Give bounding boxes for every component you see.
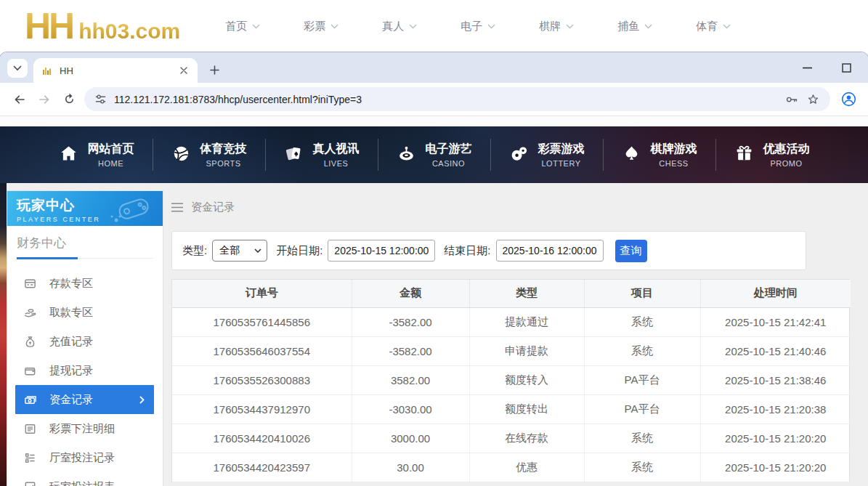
maximize-icon: [842, 63, 851, 73]
forward-arrow-icon: [37, 92, 52, 107]
chevron-down-icon: [330, 24, 338, 29]
tab-search-button[interactable]: [7, 59, 28, 78]
sidebar-item-彩票下注明细[interactable]: 彩票下注明细: [15, 414, 154, 443]
site-nav-label: 电子: [461, 20, 482, 33]
browser-tab[interactable]: HH: [33, 58, 198, 83]
table-body: 1760535761445856-3582.00提款通过系统2025-10-15…: [172, 307, 851, 482]
profile-avatar-icon[interactable]: [836, 87, 861, 112]
gift-icon: [734, 144, 754, 166]
sidebar-item-存款专区[interactable]: 存款专区: [15, 269, 154, 298]
url-omnibox[interactable]: 112.121.172.181:8783/hhcp/usercenter.htm…: [84, 87, 830, 111]
gamepad-icon: [106, 193, 158, 224]
url-text: 112.121.172.181:8783/hhcp/usercenter.htm…: [114, 94, 777, 105]
table-row: 1760535761445856-3582.00提款通过系统2025-10-15…: [172, 307, 851, 336]
site-logo[interactable]: HH hh03.com: [25, 5, 180, 47]
table-row: 17605344204100263000.00在线存款系统2025-10-15 …: [172, 424, 851, 453]
nav-label-en: LOTTERY: [541, 159, 580, 168]
site-nav-label: 真人: [382, 20, 404, 33]
site-nav-label: 首页: [225, 20, 247, 33]
players-center-sidebar: 玩家中心 PLAYERS CENTER 财务中心 存款专区取款专区充值记录提现记…: [7, 190, 163, 486]
page-top-strip: [0, 116, 868, 126]
table-cell: 1760535646037554: [172, 336, 352, 365]
table-cell: 额度转入: [469, 365, 584, 394]
site-nav-label: 体育: [696, 20, 718, 33]
sidebar-item-提现记录[interactable]: 提现记录: [15, 356, 154, 385]
tab-close-icon[interactable]: [177, 64, 190, 77]
site-nav-item[interactable]: 首页: [225, 20, 260, 33]
sidebar-item-充值记录[interactable]: 充值记录: [15, 327, 154, 356]
main-nav-item[interactable]: 彩票游戏LOTTERY: [491, 142, 603, 168]
start-date-label: 开始日期:: [276, 244, 323, 258]
table-header-row: 订单号金额类型项目处理时间: [172, 280, 851, 307]
window-controls: [797, 52, 856, 83]
chevron-down-icon: [252, 24, 260, 29]
password-key-icon[interactable]: [784, 92, 799, 107]
table-cell: PA平台: [584, 365, 700, 394]
sidebar-item-label: 彩票下注明细: [49, 422, 115, 436]
site-nav-item[interactable]: 彩票: [304, 20, 338, 33]
table-row: 176053442042359730.00优惠系统2025-10-15 21:2…: [172, 453, 851, 482]
table-row: 1760535646037554-3582.00申请提款系统2025-10-15…: [172, 336, 851, 365]
main-content: 资金记录 类型: 全部 开始日期: 结束日期: 查询: [171, 183, 868, 486]
nav-label-zh: 网站首页: [88, 142, 134, 157]
site-top-nav: 首页彩票真人电子棋牌捕鱼体育: [225, 20, 731, 33]
window-maximize-button[interactable]: [836, 57, 856, 78]
site-nav-item[interactable]: 电子: [461, 20, 495, 33]
table-row: 17605355263008833582.00额度转入PA平台2025-10-1…: [172, 365, 851, 394]
reload-button[interactable]: [57, 87, 81, 112]
nav-label-zh: 体育竞技: [200, 142, 247, 157]
table-cell: 1760535761445856: [172, 307, 352, 336]
chevron-down-icon: [13, 65, 22, 71]
page-viewport: 网站首页HOME体育竞技SPORTS真人视讯LIVES电子游艺CASINO彩票游…: [0, 116, 868, 486]
nav-label-zh: 棋牌游戏: [651, 142, 697, 157]
site-nav-item[interactable]: 捕鱼: [617, 20, 652, 33]
sidebar-item-资金记录[interactable]: 资金记录: [15, 385, 154, 414]
hamburger-menu-icon[interactable]: [171, 203, 183, 212]
sidebar-item-label: 取款专区: [49, 306, 93, 320]
table-cell: 2025-10-15 21:40:46: [700, 336, 851, 365]
bookmark-star-icon[interactable]: [806, 92, 820, 106]
nav-label-en: CHESS: [659, 159, 688, 168]
chevron-down-icon: [644, 24, 652, 29]
nav-label-zh: 真人视讯: [313, 142, 360, 157]
end-date-input[interactable]: [496, 240, 604, 262]
table-header-cell: 项目: [584, 280, 700, 307]
browser-window: HH: [0, 52, 868, 486]
plus-icon: [210, 65, 219, 75]
table-cell: 30.00: [352, 453, 469, 482]
site-nav-label: 彩票: [304, 20, 325, 33]
query-button[interactable]: 查询: [615, 240, 647, 262]
site-favicon: [42, 65, 53, 76]
nav-label-en: CASINO: [432, 159, 465, 168]
sidebar-item-玩家投注报表[interactable]: 玩家投注报表: [15, 472, 154, 486]
breadcrumb: 资金记录: [171, 183, 868, 228]
type-label: 类型:: [182, 244, 207, 258]
spade-icon: [622, 144, 641, 166]
window-minimize-button[interactable]: [797, 57, 817, 78]
nav-label-en: LIVES: [324, 159, 349, 168]
site-nav-item[interactable]: 真人: [382, 20, 417, 33]
back-button[interactable]: [7, 87, 32, 112]
main-nav-item[interactable]: 体育竞技SPORTS: [153, 142, 265, 168]
main-nav-item[interactable]: 真人视讯LIVES: [266, 142, 378, 168]
site-settings-icon[interactable]: [94, 93, 107, 105]
sidebar-item-取款专区[interactable]: 取款专区: [15, 298, 154, 327]
chevron-right-icon: [139, 396, 145, 404]
main-nav-item[interactable]: 电子游艺CASINO: [378, 142, 490, 168]
main-nav-item[interactable]: 网站首页HOME: [41, 142, 153, 168]
new-tab-button[interactable]: [205, 60, 224, 79]
start-date-input[interactable]: [328, 240, 435, 262]
site-nav-item[interactable]: 棋牌: [539, 20, 574, 33]
table-cell: 2025-10-15 21:20:20: [700, 453, 851, 482]
chevron-down-icon: [566, 24, 574, 29]
main-nav-item[interactable]: 棋牌游戏CHESS: [604, 142, 715, 168]
main-nav-item[interactable]: 优惠活动PROMO: [716, 142, 828, 168]
site-nav-label: 棋牌: [539, 20, 561, 33]
site-nav-item[interactable]: 体育: [696, 20, 731, 33]
forward-button[interactable]: [32, 87, 57, 112]
deposit-terminal-icon: [23, 277, 37, 291]
table-head: 订单号金额类型项目处理时间: [172, 280, 851, 307]
sidebar-item-厅室投注记录[interactable]: 厅室投注记录: [15, 443, 154, 472]
type-select[interactable]: 全部: [212, 240, 267, 262]
table-row: 1760534437912970-3030.00额度转出PA平台2025-10-…: [172, 394, 851, 424]
